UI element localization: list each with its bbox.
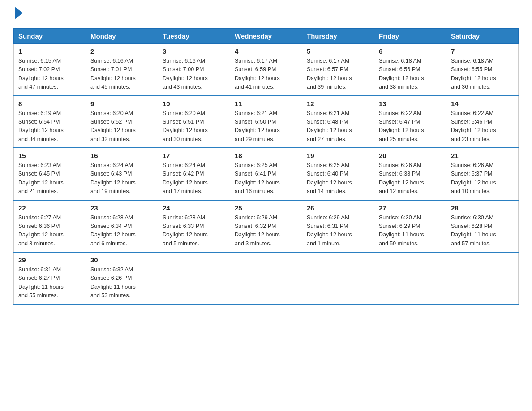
calendar-cell: 27Sunrise: 6:30 AMSunset: 6:29 PMDayligh… (374, 200, 446, 253)
day-number: 12 (307, 100, 369, 107)
day-number: 27 (379, 204, 442, 212)
calendar-cell: 8Sunrise: 6:19 AMSunset: 6:54 PMDaylight… (14, 96, 86, 148)
day-number: 1 (18, 47, 81, 55)
calendar-cell: 20Sunrise: 6:26 AMSunset: 6:38 PMDayligh… (374, 148, 446, 200)
page-header (13, 9, 519, 19)
day-number: 17 (163, 152, 225, 159)
calendar-cell: 9Sunrise: 6:20 AMSunset: 6:52 PMDaylight… (86, 96, 158, 148)
day-info: Sunrise: 6:26 AMSunset: 6:37 PMDaylight:… (451, 162, 496, 194)
day-number: 22 (18, 204, 81, 212)
day-number: 11 (235, 100, 297, 107)
day-info: Sunrise: 6:22 AMSunset: 6:47 PMDaylight:… (379, 110, 424, 142)
calendar-cell: 14Sunrise: 6:22 AMSunset: 6:46 PMDayligh… (446, 96, 519, 148)
day-number: 8 (18, 100, 81, 107)
day-number: 10 (163, 100, 225, 107)
day-number: 15 (18, 152, 81, 159)
header-saturday: Saturday (446, 29, 519, 44)
header-thursday: Thursday (302, 29, 374, 44)
day-info: Sunrise: 6:21 AMSunset: 6:50 PMDaylight:… (235, 110, 280, 142)
day-info: Sunrise: 6:29 AMSunset: 6:32 PMDaylight:… (235, 214, 280, 247)
calendar-cell: 5Sunrise: 6:17 AMSunset: 6:57 PMDaylight… (302, 44, 374, 96)
calendar-cell: 1Sunrise: 6:15 AMSunset: 7:02 PMDaylight… (14, 44, 86, 96)
calendar-cell (158, 252, 230, 304)
calendar-cell: 26Sunrise: 6:29 AMSunset: 6:31 PMDayligh… (302, 200, 374, 253)
logo-triangle-icon (15, 7, 23, 19)
calendar-cell: 12Sunrise: 6:21 AMSunset: 6:48 PMDayligh… (302, 96, 374, 148)
day-info: Sunrise: 6:25 AMSunset: 6:40 PMDaylight:… (307, 162, 352, 194)
week-row-3: 15Sunrise: 6:23 AMSunset: 6:45 PMDayligh… (14, 148, 519, 200)
calendar-cell (374, 252, 446, 304)
day-info: Sunrise: 6:16 AMSunset: 7:01 PMDaylight:… (90, 58, 136, 90)
day-number: 28 (451, 204, 514, 212)
day-number: 18 (235, 152, 297, 159)
day-info: Sunrise: 6:19 AMSunset: 6:54 PMDaylight:… (18, 110, 64, 142)
calendar-cell: 18Sunrise: 6:25 AMSunset: 6:41 PMDayligh… (230, 148, 302, 200)
day-info: Sunrise: 6:15 AMSunset: 7:02 PMDaylight:… (18, 58, 64, 90)
day-number: 20 (379, 152, 442, 159)
day-info: Sunrise: 6:18 AMSunset: 6:55 PMDaylight:… (451, 58, 496, 90)
day-number: 2 (90, 47, 153, 55)
calendar-cell: 4Sunrise: 6:17 AMSunset: 6:59 PMDaylight… (230, 44, 302, 96)
day-info: Sunrise: 6:24 AMSunset: 6:42 PMDaylight:… (163, 162, 208, 194)
day-info: Sunrise: 6:24 AMSunset: 6:43 PMDaylight:… (90, 162, 136, 194)
day-number: 3 (163, 47, 225, 55)
calendar-cell: 3Sunrise: 6:16 AMSunset: 7:00 PMDaylight… (158, 44, 230, 96)
day-info: Sunrise: 6:21 AMSunset: 6:48 PMDaylight:… (307, 110, 352, 142)
calendar-cell: 21Sunrise: 6:26 AMSunset: 6:37 PMDayligh… (446, 148, 519, 200)
day-info: Sunrise: 6:28 AMSunset: 6:34 PMDaylight:… (90, 214, 136, 247)
day-info: Sunrise: 6:20 AMSunset: 6:52 PMDaylight:… (90, 110, 136, 142)
calendar-cell: 19Sunrise: 6:25 AMSunset: 6:40 PMDayligh… (302, 148, 374, 200)
day-number: 5 (307, 47, 369, 55)
day-number: 7 (451, 47, 514, 55)
day-number: 13 (379, 100, 442, 107)
day-number: 4 (235, 47, 297, 55)
calendar-cell: 22Sunrise: 6:27 AMSunset: 6:36 PMDayligh… (14, 200, 86, 253)
day-number: 16 (90, 152, 153, 159)
day-info: Sunrise: 6:30 AMSunset: 6:29 PMDaylight:… (379, 214, 424, 247)
day-info: Sunrise: 6:26 AMSunset: 6:38 PMDaylight:… (379, 162, 424, 194)
day-info: Sunrise: 6:16 AMSunset: 7:00 PMDaylight:… (163, 58, 208, 90)
calendar-cell: 2Sunrise: 6:16 AMSunset: 7:01 PMDaylight… (86, 44, 158, 96)
day-number: 6 (379, 47, 442, 55)
day-info: Sunrise: 6:18 AMSunset: 6:56 PMDaylight:… (379, 58, 424, 90)
calendar-cell: 25Sunrise: 6:29 AMSunset: 6:32 PMDayligh… (230, 200, 302, 253)
calendar-cell: 15Sunrise: 6:23 AMSunset: 6:45 PMDayligh… (14, 148, 86, 200)
calendar-header-row: SundayMondayTuesdayWednesdayThursdayFrid… (14, 29, 519, 44)
calendar-table: SundayMondayTuesdayWednesdayThursdayFrid… (13, 28, 519, 305)
day-info: Sunrise: 6:17 AMSunset: 6:59 PMDaylight:… (235, 58, 280, 90)
calendar-cell: 11Sunrise: 6:21 AMSunset: 6:50 PMDayligh… (230, 96, 302, 148)
day-number: 23 (90, 204, 153, 212)
day-number: 25 (235, 204, 297, 212)
calendar-cell: 7Sunrise: 6:18 AMSunset: 6:55 PMDaylight… (446, 44, 519, 96)
day-info: Sunrise: 6:31 AMSunset: 6:27 PMDaylight:… (18, 266, 64, 299)
logo (13, 9, 23, 19)
day-info: Sunrise: 6:25 AMSunset: 6:41 PMDaylight:… (235, 162, 280, 194)
day-info: Sunrise: 6:23 AMSunset: 6:45 PMDaylight:… (18, 162, 64, 194)
calendar-cell: 17Sunrise: 6:24 AMSunset: 6:42 PMDayligh… (158, 148, 230, 200)
day-number: 30 (90, 256, 153, 264)
header-tuesday: Tuesday (158, 29, 230, 44)
day-info: Sunrise: 6:28 AMSunset: 6:33 PMDaylight:… (163, 214, 208, 247)
calendar-cell: 29Sunrise: 6:31 AMSunset: 6:27 PMDayligh… (14, 252, 86, 304)
calendar-cell: 10Sunrise: 6:20 AMSunset: 6:51 PMDayligh… (158, 96, 230, 148)
day-info: Sunrise: 6:32 AMSunset: 6:26 PMDaylight:… (90, 266, 136, 299)
day-number: 21 (451, 152, 514, 159)
calendar-cell: 6Sunrise: 6:18 AMSunset: 6:56 PMDaylight… (374, 44, 446, 96)
week-row-5: 29Sunrise: 6:31 AMSunset: 6:27 PMDayligh… (14, 252, 519, 304)
day-info: Sunrise: 6:22 AMSunset: 6:46 PMDaylight:… (451, 110, 496, 142)
week-row-4: 22Sunrise: 6:27 AMSunset: 6:36 PMDayligh… (14, 200, 519, 253)
calendar-cell: 23Sunrise: 6:28 AMSunset: 6:34 PMDayligh… (86, 200, 158, 253)
header-friday: Friday (374, 29, 446, 44)
week-row-1: 1Sunrise: 6:15 AMSunset: 7:02 PMDaylight… (14, 44, 519, 96)
calendar-cell (302, 252, 374, 304)
day-number: 24 (163, 204, 225, 212)
week-row-2: 8Sunrise: 6:19 AMSunset: 6:54 PMDaylight… (14, 96, 519, 148)
day-number: 26 (307, 204, 369, 212)
day-info: Sunrise: 6:20 AMSunset: 6:51 PMDaylight:… (163, 110, 208, 142)
header-wednesday: Wednesday (230, 29, 302, 44)
calendar-cell: 16Sunrise: 6:24 AMSunset: 6:43 PMDayligh… (86, 148, 158, 200)
header-monday: Monday (86, 29, 158, 44)
header-sunday: Sunday (14, 29, 86, 44)
day-info: Sunrise: 6:17 AMSunset: 6:57 PMDaylight:… (307, 58, 352, 90)
calendar-cell: 13Sunrise: 6:22 AMSunset: 6:47 PMDayligh… (374, 96, 446, 148)
